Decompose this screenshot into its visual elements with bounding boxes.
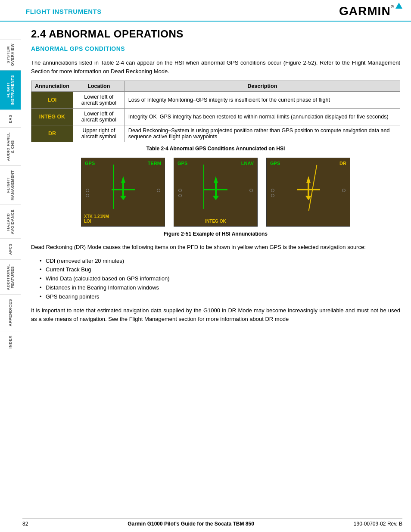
- hsi-annunc-integ-ok: INTEG OK: [205, 219, 226, 224]
- location-loi: Lower left ofaircraft symbol: [73, 92, 125, 109]
- sidebar-item-additional-features[interactable]: ADDITIONALFEATURES: [0, 259, 21, 295]
- hsi-figure-dr: GPS DR: [266, 158, 350, 227]
- hsi-mode-lnav: LNAV: [241, 161, 254, 166]
- figure-caption: Figure 2-51 Example of HSI Annunciations: [31, 231, 400, 237]
- hsi-figure-integ-ok: GPS LNAV: [174, 158, 258, 227]
- subsection-title: ABNORMAL GPS CONDITIONS: [31, 45, 400, 54]
- bullet-item: Wind Data (calculated based on GPS infor…: [40, 274, 400, 283]
- gps-conditions-table: Annunciation Location Description LOI Lo…: [31, 81, 400, 142]
- bullet-list: CDI (removed after 20 minutes) Current T…: [40, 257, 400, 302]
- closing-text: It is important to note that estimated n…: [31, 306, 400, 323]
- hsi-mode-term: TERM: [148, 161, 161, 166]
- bullet-item: Current Track Bug: [40, 265, 400, 274]
- svg-marker-0: [121, 176, 125, 183]
- hsi-dots-left-1: [86, 189, 89, 197]
- location-dr: Upper right ofaircraft symbol: [73, 125, 125, 142]
- page-footer: 82 Garmin G1000 Pilot's Guide for the So…: [22, 518, 402, 527]
- svg-rect-2: [122, 183, 124, 196]
- garmin-logo: GARMIN ®: [339, 4, 402, 18]
- table-row: DR Upper right ofaircraft symbol Dead Re…: [31, 125, 400, 142]
- sidebar-item-flight-instruments[interactable]: FLIGHTINSTRUMENTS: [0, 70, 21, 110]
- sidebar-item-eas[interactable]: EAS: [0, 110, 21, 128]
- hsi-dots-right-3: [342, 189, 346, 192]
- garmin-logo-text: GARMIN: [339, 4, 391, 18]
- bullet-item: CDI (removed after 20 minutes): [40, 257, 400, 266]
- dr-intro-text: Dead Reckoning (DR) Mode causes the foll…: [31, 243, 400, 252]
- hsi-dots-right-1: [157, 189, 160, 192]
- svg-rect-6: [215, 183, 217, 196]
- sidebar-item-appendices[interactable]: APPENDICES: [0, 294, 21, 331]
- sidebar-item-afcs[interactable]: AFCS: [0, 239, 21, 259]
- hsi-gps-label-2: GPS: [177, 161, 187, 166]
- cdi-line-1: [113, 165, 114, 209]
- garmin-reg: ®: [391, 4, 394, 9]
- page-number: 82: [22, 521, 28, 527]
- svg-rect-10: [308, 183, 309, 196]
- col-header-location: Location: [73, 81, 125, 92]
- sidebar-item-system-overview[interactable]: SYSTEMOVERVIEW: [0, 39, 21, 70]
- desc-dr: Dead Reckoning–System is using projected…: [125, 125, 400, 142]
- annunc-integ-ok: INTEG OK: [31, 109, 73, 125]
- col-header-description: Description: [125, 81, 400, 92]
- header-title: FLIGHT INSTRUMENTS: [26, 8, 102, 15]
- table-caption: Table 2-4 Abnormal GPS Conditions Annunc…: [31, 146, 400, 152]
- col-header-annunciation: Annunciation: [31, 81, 73, 92]
- sidebar: SYSTEMOVERVIEW FLIGHTINSTRUMENTS EAS AUD…: [0, 0, 21, 532]
- location-integ-ok: Lower left ofaircraft symbol: [73, 109, 125, 125]
- desc-integ-ok: Integrity OK–GPS integrity has been rest…: [125, 109, 400, 125]
- desc-loi: Loss of Integrity Monitoring–GPS integri…: [125, 92, 400, 109]
- hsi-dots-left-2: [178, 189, 182, 197]
- svg-marker-3: [120, 196, 126, 200]
- garmin-triangle-icon: [395, 3, 402, 9]
- hsi-gps-label-3: GPS: [270, 161, 280, 166]
- table-row: LOI Lower left ofaircraft symbol Loss of…: [31, 92, 400, 109]
- svg-marker-8: [306, 176, 311, 183]
- bullet-item: GPS bearing pointers: [40, 292, 400, 302]
- hsi-figures-container: GPS TERM: [31, 158, 400, 227]
- cdi-line-2: [203, 165, 204, 209]
- intro-text: The annunciations listed in Table 2-4 ca…: [31, 59, 400, 75]
- svg-marker-7: [213, 196, 219, 200]
- hsi-dots-left-3: [271, 189, 274, 197]
- sidebar-item-hazard-avoidance[interactable]: HAZARDAVOIDANCE: [0, 205, 21, 239]
- aircraft-symbol-1: [108, 175, 138, 207]
- section-title: 2.4 ABNORMAL OPERATIONS: [31, 28, 400, 40]
- footer-right-text: 190-00709-02 Rev. B: [354, 521, 402, 527]
- sidebar-item-index[interactable]: INDEX: [0, 331, 21, 353]
- sidebar-item-flight-management[interactable]: FLIGHTMANAGEMENT: [0, 165, 21, 205]
- page-header: FLIGHT INSTRUMENTS GARMIN ®: [0, 0, 411, 22]
- hsi-gps-label-1: GPS: [85, 161, 95, 166]
- bullet-item: Distances in the Bearing Information win…: [40, 283, 400, 292]
- hsi-figure-loi: GPS TERM: [81, 158, 165, 227]
- footer-center-text: Garmin G1000 Pilot's Guide for the Socat…: [128, 521, 254, 527]
- annunc-dr: DR: [31, 125, 73, 142]
- hsi-dots-right-2: [249, 189, 253, 192]
- aircraft-symbol-3: [293, 175, 324, 207]
- hsi-annunc-loi: XTK 1.21NMLOI: [84, 214, 109, 224]
- aircraft-symbol-2: [201, 175, 231, 207]
- svg-marker-4: [214, 176, 218, 183]
- hsi-mode-dr: DR: [339, 161, 346, 166]
- main-content: 2.4 ABNORMAL OPERATIONS ABNORMAL GPS CON…: [22, 22, 411, 337]
- annunc-loi: LOI: [31, 92, 73, 109]
- table-row: INTEG OK Lower left ofaircraft symbol In…: [31, 109, 400, 125]
- sidebar-item-audio-panel[interactable]: AUDIO PANEL& CNS: [0, 128, 21, 165]
